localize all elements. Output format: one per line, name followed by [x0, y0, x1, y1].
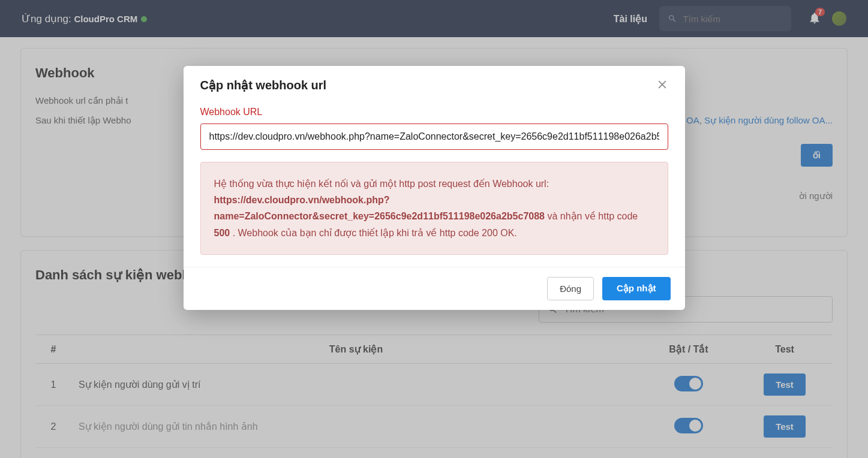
alert-text-1: Hệ thống vừa thực hiện kết nối và gửi mộ…	[214, 179, 549, 189]
modal-head: Cập nhật webhook url	[184, 66, 685, 104]
modal-submit-btn[interactable]: Cập nhật	[602, 277, 670, 300]
alert-text-2: và nhận về http code	[547, 211, 638, 221]
modal-close-btn[interactable]: Đóng	[547, 277, 594, 300]
webhook-url-input[interactable]	[200, 123, 668, 150]
alert-text-3: . Webhook của bạn chỉ được thiết lập khi…	[233, 228, 517, 238]
modal-close-button[interactable]	[656, 79, 668, 92]
modal-title: Cập nhật webhook url	[200, 78, 327, 92]
close-icon	[656, 79, 668, 91]
webhook-url-label: Webhook URL	[200, 107, 668, 117]
modal-body: Webhook URL Hệ thống vừa thực hiện kết n…	[184, 104, 685, 267]
modal-overlay: Cập nhật webhook url Webhook URL Hệ thốn…	[0, 0, 868, 458]
alert-code: 500	[214, 228, 230, 238]
update-webhook-modal: Cập nhật webhook url Webhook URL Hệ thốn…	[184, 66, 685, 310]
error-alert: Hệ thống vừa thực hiện kết nối và gửi mộ…	[200, 162, 668, 255]
alert-url: https://dev.cloudpro.vn/webhook.php?name…	[214, 195, 545, 221]
modal-foot: Đóng Cập nhật	[184, 267, 685, 310]
